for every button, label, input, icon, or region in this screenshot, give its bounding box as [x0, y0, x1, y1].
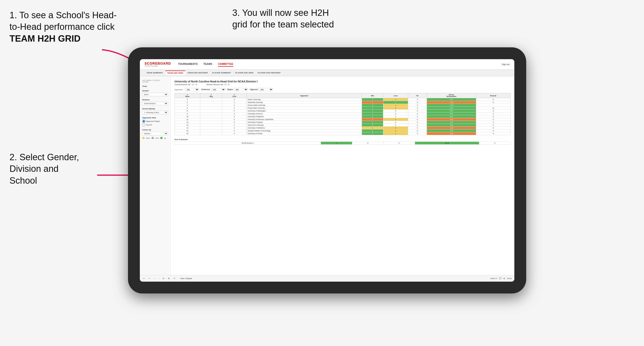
out-div-win: 1	[321, 142, 352, 145]
conference-select[interactable]: (All)	[211, 88, 226, 91]
share-button[interactable]: Share	[507, 277, 512, 280]
gender-section: Gender Men's	[142, 90, 168, 96]
table-row: 154Georgia Institute of Technology6104.5…	[175, 130, 510, 132]
back-button[interactable]: ‹	[153, 277, 156, 280]
col-diff: Diff AvStrokes/Rnd	[427, 93, 476, 98]
color-down-dot	[142, 137, 144, 139]
forward-button[interactable]: ›	[158, 277, 160, 280]
logo-sub: Powered by clippi	[144, 65, 158, 67]
comment-button[interactable]: 💬	[499, 277, 502, 280]
h2h-table: #Rank #Reg #Conf Opponent Win Loss Tie D…	[174, 93, 510, 135]
school-select[interactable]: 1. University of Nort...	[142, 111, 168, 114]
watch-button[interactable]: Watch ▾	[490, 277, 497, 280]
conference-filter-group: Conference (All)	[201, 88, 226, 91]
annotation-1: 1. To see a School's Head-to-Head perfor…	[10, 9, 147, 44]
redo-button[interactable]: ↪	[148, 277, 151, 280]
table-row: 105University of Alabama3002.618	[175, 115, 510, 118]
out-div-rounds: 3	[479, 142, 510, 145]
tab-team-h2h-heatmap[interactable]: TEAM H2H HEATMAP	[186, 71, 210, 75]
table-row: 142University of Oklahoma120-1.009	[175, 127, 510, 130]
annotation-3: 3. You will now see H2Hgrid for the team…	[232, 7, 394, 30]
out-div-diff: 26.00	[415, 142, 479, 145]
ann1-line1: 1. To see a School's Head-to-Head perfor…	[10, 10, 116, 32]
col-conf: #Conf	[222, 93, 246, 98]
colour-by-section: Colour by Win/loss Down Level Up	[142, 129, 168, 139]
tab-player-h2h-grid[interactable]: PLAYER H2H GRID	[234, 71, 256, 75]
col-tie: Tie	[408, 93, 427, 98]
nav-items: TOURNAMENTS TEAMS COMMITTEE	[178, 62, 502, 67]
division-section: Division NCAA Division I	[142, 99, 168, 105]
col-rounds: Rounds	[476, 93, 510, 98]
gender-select[interactable]: Men's	[142, 93, 168, 96]
division-record: Division Record: 88 - 17 - 0	[206, 84, 229, 86]
grid-title: University of North Carolina Head-to-Hea…	[174, 80, 510, 83]
table-row: 123University of Virginia1002.333	[175, 121, 510, 124]
copy-button[interactable]: ⧉	[162, 277, 165, 280]
filter-opponents-select[interactable]: (All)	[185, 88, 199, 91]
main-content: Last Updated: 27/03/2024 16:55:38 Team G…	[140, 76, 514, 275]
left-panel: Last Updated: 27/03/2024 16:55:38 Team G…	[140, 76, 171, 275]
layout-button[interactable]: ⊞	[504, 277, 505, 280]
division-label: Division	[142, 99, 168, 101]
sub-nav: TEAM SUMMARY TEAM H2H GRID TEAM H2H HEAT…	[140, 70, 514, 76]
ann3-text: 3. You will now see H2Hgrid for the team…	[232, 8, 334, 29]
table-row: 82University of Washington1003.673	[175, 110, 510, 112]
region-select[interactable]: (All)	[234, 88, 248, 91]
opponent-view-label: Opponent View	[142, 117, 168, 119]
overall-record: Overall Record: 89 - 17 - 0	[174, 84, 197, 86]
grid-records: Overall Record: 89 - 17 - 0 Division Rec…	[174, 84, 510, 86]
out-div-division-name: NCAA Division II	[175, 142, 321, 145]
out-of-division-label: Out of division	[174, 139, 510, 141]
col-reg: #Reg	[200, 93, 222, 98]
tab-team-summary[interactable]: TEAM SUMMARY	[144, 71, 165, 75]
tab-player-h2h-heatmap[interactable]: PLAYER H2H HEATMAP	[256, 71, 282, 75]
division-select[interactable]: NCAA Division I	[142, 102, 168, 105]
col-rank: #Rank	[175, 93, 200, 98]
gender-label: Gender	[142, 90, 168, 92]
filter-row: Opponents: (All) Conference (All) Region	[174, 88, 510, 91]
table-row: 32Vanderbilt University040-2.298	[175, 101, 510, 104]
col-opponent: Opponent	[246, 93, 362, 98]
region-filter-group: Region (All)	[227, 88, 248, 91]
color-down-label: Down	[146, 137, 150, 139]
school-label: School (Rank)	[142, 108, 168, 110]
col-win: Win	[362, 93, 383, 98]
annotation-2: 2. Select Gender,Division andSchool	[10, 152, 128, 186]
color-level-label: Level	[155, 137, 159, 139]
nav-committee[interactable]: COMMITTEE	[218, 62, 234, 67]
opponent-select[interactable]: (All)	[259, 88, 273, 91]
colour-by-select[interactable]: Win/loss	[142, 132, 168, 135]
nav-teams[interactable]: TEAMS	[203, 62, 212, 67]
color-legend: Down Level Up	[142, 137, 168, 139]
top100-radio[interactable]: Top 100	[142, 123, 168, 126]
tab-team-h2h-grid[interactable]: TEAM H2H GRID	[166, 71, 185, 75]
tab-player-summary[interactable]: PLAYER SUMMARY	[210, 71, 233, 75]
logo-area: SCOREBOARD Powered by clippi	[144, 62, 171, 67]
last-updated: Last Updated: 27/03/2024 16:55:38	[142, 80, 168, 83]
sign-out-button[interactable]: Sign out	[502, 63, 510, 66]
table-row: 131Texas Tech University3005.569	[175, 124, 510, 127]
table-row: 116University of Arkansas, Fayetteville0…	[175, 118, 510, 121]
team-section: Team	[142, 85, 168, 87]
clock-button[interactable]: ⏱	[172, 277, 176, 280]
opponent-view-radio-group: Opponents Played Top 100	[142, 120, 168, 126]
color-level-dot	[152, 137, 154, 139]
view-label: View: Original	[180, 277, 192, 280]
out-div-tie: 0	[384, 142, 415, 145]
toolbar-right: Watch ▾ 💬 ⊞ Share	[490, 277, 512, 280]
table-row: 21Auburn University2101.679	[175, 98, 510, 101]
filter-opponents-label: Opponents:	[174, 89, 183, 90]
ann1-bold: TEAM H2H GRID	[10, 34, 80, 43]
opponent-filter-label: Opponent	[250, 89, 258, 91]
paste-button[interactable]: ⊞	[167, 277, 171, 280]
ann2-text: 2. Select Gender,Division andSchool	[10, 152, 79, 185]
table-row: 62Florida State University4201.8312	[175, 107, 510, 110]
opponents-played-radio[interactable]: Opponents Played	[142, 120, 168, 123]
opponent-view-section: Opponent View Opponents Played Top 100	[142, 117, 168, 126]
color-up-dot	[160, 137, 162, 139]
out-division-table: NCAA Division II 1 0 0 26.00 3	[174, 142, 510, 145]
nav-bar: SCOREBOARD Powered by clippi TOURNAMENTS…	[140, 59, 514, 70]
logo-text: SCOREBOARD	[144, 62, 171, 65]
undo-button[interactable]: ↩	[142, 277, 146, 280]
nav-tournaments[interactable]: TOURNAMENTS	[178, 62, 198, 67]
